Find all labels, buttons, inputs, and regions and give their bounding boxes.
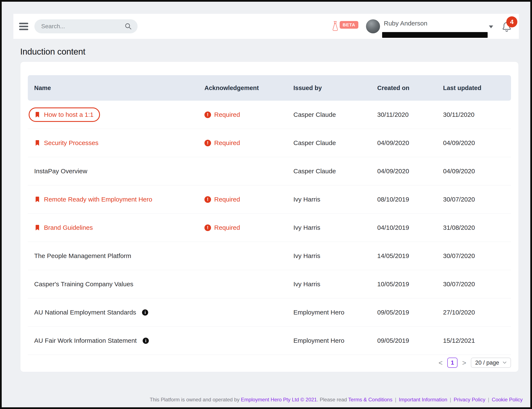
created-on-cell: 14/05/2019	[377, 252, 443, 260]
name-cell: InstaPay Overview	[34, 167, 204, 175]
table-row[interactable]: How to host a 1:1 ! Required Casper Clau…	[28, 101, 511, 129]
issued-by-cell: Employment Hero	[294, 309, 377, 316]
content-name-link[interactable]: AU Fair Work Information Statement	[34, 337, 137, 344]
acknowledgement-cell: ! Required	[204, 111, 294, 118]
footer-separator: |	[395, 397, 396, 402]
column-header-acknowledgement: Acknowledgement	[204, 84, 294, 92]
footer-link-privacy-policy[interactable]: Privacy Policy	[454, 397, 485, 402]
created-on-cell: 04/09/2020	[377, 139, 443, 147]
created-on-cell: 09/05/2019	[377, 309, 443, 316]
last-updated-cell: 27/10/2020	[443, 309, 511, 316]
required-icon: !	[204, 196, 211, 203]
search-input[interactable]	[34, 23, 124, 30]
table-row[interactable]: InstaPay Overview Casper Claude 04/09/20…	[28, 157, 511, 185]
footer-separator: |	[488, 397, 489, 402]
required-icon: !	[204, 112, 211, 118]
beta-flask-icon[interactable]	[332, 20, 338, 32]
user-name[interactable]: Ruby Anderson	[384, 20, 427, 27]
name-cell: AU National Employment Standards i	[34, 309, 204, 316]
prev-page-button[interactable]: <	[439, 359, 443, 366]
created-on-cell: 04/10/2019	[377, 224, 443, 231]
last-updated-cell: 30/07/2020	[443, 280, 511, 288]
name-cell: Casper's Training Company Values	[34, 280, 204, 288]
column-header-issued-by: Issued by	[294, 84, 377, 92]
table-row[interactable]: Security Processes ! Required Casper Cla…	[28, 129, 511, 157]
search-bar[interactable]	[34, 19, 138, 33]
footer-link-company[interactable]: Employment Hero Pty Ltd © 2021	[241, 397, 317, 402]
created-on-cell: 04/09/2020	[377, 167, 443, 175]
acknowledgement-cell: ! Required	[204, 196, 294, 203]
beta-badge: BETA	[340, 21, 358, 29]
footer-link-important-information[interactable]: Important Information	[399, 397, 447, 402]
last-updated-cell: 30/07/2020	[443, 252, 511, 260]
acknowledgement-label: Required	[214, 224, 240, 231]
footer-link-cookie-policy[interactable]: Cookie Policy	[492, 397, 523, 402]
content-name-link[interactable]: The People Management Platform	[34, 252, 131, 260]
page-size-value: 20 / page	[475, 360, 499, 366]
issued-by-cell: Ivy Harris	[294, 280, 377, 288]
current-page-button[interactable]: 1	[447, 358, 458, 368]
issued-by-cell: Ivy Harris	[294, 224, 377, 231]
info-icon[interactable]: i	[143, 338, 149, 344]
bookmark-icon	[34, 111, 41, 118]
next-page-button[interactable]: >	[462, 359, 466, 366]
page-size-select[interactable]: 20 / page	[471, 358, 511, 368]
table-row[interactable]: Casper's Training Company Values Ivy Har…	[28, 270, 511, 298]
created-on-cell: 10/05/2019	[377, 280, 443, 288]
content-name-link[interactable]: Casper's Training Company Values	[34, 280, 133, 288]
issued-by-cell: Ivy Harris	[294, 196, 377, 203]
menu-icon[interactable]	[19, 22, 28, 31]
created-on-cell: 30/11/2020	[377, 111, 443, 118]
created-on-cell: 08/10/2019	[377, 196, 443, 203]
chevron-down-icon	[503, 361, 507, 364]
content-name-link[interactable]: How to host a 1:1	[44, 111, 93, 118]
table-row[interactable]: AU National Employment Standards i Emplo…	[28, 298, 511, 327]
page-title: Induction content	[20, 47, 85, 57]
info-icon[interactable]: i	[142, 309, 148, 316]
issued-by-cell: Casper Claude	[294, 111, 377, 118]
acknowledgement-label: Required	[214, 139, 240, 147]
acknowledgement-cell: ! Required	[204, 224, 294, 231]
name-cell: How to host a 1:1	[34, 107, 204, 122]
name-cell: Security Processes	[34, 139, 204, 147]
name-cell: AU Fair Work Information Statement i	[34, 337, 204, 344]
acknowledgement-label: Required	[214, 111, 240, 118]
content-name-link[interactable]: Remote Ready with Employment Hero	[44, 196, 152, 203]
name-cell: The People Management Platform	[34, 252, 204, 260]
avatar[interactable]	[366, 19, 380, 33]
redacted-email	[382, 32, 488, 38]
column-header-created-on: Created on	[377, 84, 443, 92]
search-icon	[124, 22, 132, 30]
issued-by-cell: Casper Claude	[294, 139, 377, 147]
created-on-cell: 09/05/2019	[377, 337, 443, 344]
table-header: Name Acknowledgement Issued by Created o…	[28, 75, 511, 101]
required-icon: !	[204, 224, 211, 231]
content-name-link[interactable]: AU National Employment Standards	[34, 309, 136, 316]
pagination: < 1 > 20 / page	[28, 357, 511, 368]
content-name-link[interactable]: Brand Guidelines	[44, 224, 93, 231]
bookmark-icon	[34, 224, 41, 231]
acknowledgement-cell: ! Required	[204, 139, 294, 147]
footer-link-terms[interactable]: Terms & Conditions	[348, 397, 392, 402]
top-navigation-bar: BETA Ruby Anderson 4	[13, 14, 519, 39]
notifications-button[interactable]: 4	[501, 16, 520, 35]
table-row[interactable]: AU Fair Work Information Statement i Emp…	[28, 327, 511, 355]
content-name-link[interactable]: Security Processes	[44, 139, 99, 147]
column-header-last-updated: Last updated	[443, 84, 511, 92]
bookmark-icon	[34, 139, 41, 147]
table-row[interactable]: Brand Guidelines ! Required Ivy Harris 0…	[28, 214, 511, 242]
table-body: How to host a 1:1 ! Required Casper Clau…	[28, 101, 511, 355]
screen: BETA Ruby Anderson 4 Induction content N…	[0, 0, 532, 409]
chevron-down-icon[interactable]	[489, 26, 493, 28]
notification-count-badge[interactable]: 4	[506, 16, 517, 28]
table-row[interactable]: Remote Ready with Employment Hero ! Requ…	[28, 185, 511, 214]
footer-text: This Platform is owned and operated by	[150, 397, 241, 402]
issued-by-cell: Ivy Harris	[294, 252, 377, 260]
footer: This Platform is owned and operated by E…	[2, 391, 523, 409]
footer-text: . Please read	[317, 397, 348, 402]
induction-content-card: Name Acknowledgement Issued by Created o…	[20, 62, 519, 372]
table-row[interactable]: The People Management Platform Ivy Harri…	[28, 242, 511, 270]
issued-by-cell: Employment Hero	[294, 337, 377, 344]
last-updated-cell: 30/07/2020	[443, 196, 511, 203]
content-name-link[interactable]: InstaPay Overview	[34, 167, 87, 175]
